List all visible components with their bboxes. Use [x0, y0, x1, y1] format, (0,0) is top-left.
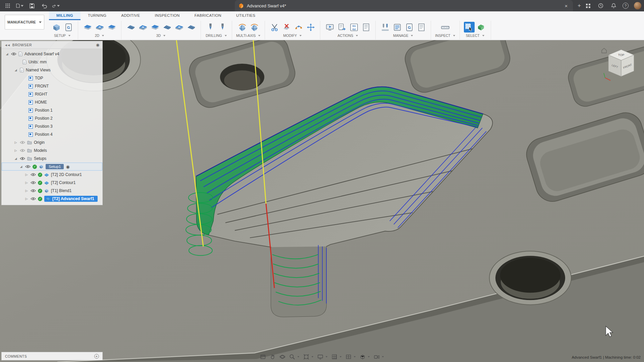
pocket-3d-icon[interactable] — [138, 22, 148, 33]
group-setup-menu[interactable]: SETUP — [54, 34, 71, 38]
tab-fabrication[interactable]: FABRICATION — [187, 11, 229, 20]
contour-2d-icon[interactable] — [106, 22, 117, 33]
group-inspect-menu[interactable]: INSPECT — [435, 34, 455, 38]
visibility-eye-icon[interactable] — [25, 165, 31, 168]
comments-bar[interactable]: COMMENTS — [1, 352, 103, 360]
group-actions-menu[interactable]: ACTIONS — [337, 34, 358, 38]
visibility-eye-icon[interactable] — [31, 181, 36, 184]
active-setup-indicator-icon[interactable] — [66, 164, 69, 169]
home-view-icon[interactable] — [602, 48, 606, 53]
view-row-right[interactable]: RIGHT — [2, 90, 102, 98]
adaptive-clearing-icon[interactable] — [125, 22, 136, 33]
notifications-bell-icon[interactable] — [610, 2, 617, 9]
view-row-position1[interactable]: Position 1 — [2, 106, 102, 114]
spiral-icon[interactable] — [186, 22, 197, 33]
models-row[interactable]: Models — [2, 146, 102, 155]
view-row-home[interactable]: HOME — [2, 98, 102, 106]
post-process-icon[interactable] — [336, 22, 347, 33]
tab-turning[interactable]: TURNING — [80, 11, 114, 20]
face-icon[interactable] — [82, 22, 93, 33]
pan-icon[interactable] — [270, 354, 276, 360]
visibility-eye-icon[interactable] — [20, 149, 25, 152]
trim-icon[interactable] — [269, 22, 280, 33]
parallel-icon[interactable] — [162, 22, 172, 33]
selected-operation[interactable]: [T2] Advanced Swarf1 — [44, 196, 98, 202]
visibility-eye-icon[interactable] — [31, 197, 36, 200]
group-drilling-menu[interactable]: DRILLING — [206, 34, 227, 38]
expand-arrow-icon[interactable] — [14, 141, 18, 144]
tool-library-icon[interactable] — [380, 22, 390, 33]
tab-utilities[interactable]: UTILITIES — [229, 11, 263, 20]
transform-icon[interactable] — [305, 22, 316, 33]
g1g2-icon[interactable] — [348, 22, 359, 33]
measure-icon[interactable] — [440, 22, 450, 33]
simulate-icon[interactable] — [324, 22, 335, 33]
gcode-editor-icon[interactable] — [404, 22, 415, 33]
task-manager-icon[interactable] — [392, 22, 402, 33]
view-row-position2[interactable]: Position 2 — [2, 114, 102, 122]
tab-inspection[interactable]: INSPECTION — [148, 11, 187, 20]
help-icon[interactable] — [623, 3, 629, 9]
new-setup-icon[interactable] — [51, 22, 62, 33]
visibility-eye-icon[interactable] — [20, 157, 25, 160]
origin-row[interactable]: Origin — [2, 138, 102, 146]
group-select-menu[interactable]: SELECT — [466, 34, 485, 38]
delete-passes-icon[interactable] — [281, 22, 292, 33]
visibility-eye-icon[interactable] — [11, 52, 16, 56]
bore-icon[interactable] — [217, 22, 228, 33]
display-settings-icon[interactable] — [96, 43, 100, 47]
app-grid-icon[interactable] — [4, 2, 11, 9]
expand-arrow-icon[interactable] — [19, 165, 23, 168]
expand-arrow-icon[interactable] — [24, 189, 29, 192]
view-row-front[interactable]: FRONT — [2, 82, 102, 90]
redo-icon[interactable] — [52, 2, 60, 9]
expand-arrow-icon[interactable] — [24, 197, 29, 200]
multiaxis-contour-icon[interactable] — [249, 22, 260, 33]
setup-sheet-icon[interactable] — [361, 22, 371, 33]
display-settings-icon[interactable] — [317, 354, 328, 360]
viewcube[interactable]: TOP LEFT FRONT — [600, 44, 640, 84]
visibility-eye-icon[interactable] — [31, 173, 36, 176]
expand-arrow-icon[interactable] — [24, 181, 29, 184]
grid-settings-icon[interactable] — [331, 354, 342, 360]
steep-shallow-icon[interactable] — [150, 22, 160, 33]
fit-icon[interactable] — [303, 354, 314, 360]
workspace-selector[interactable]: MANUFACTURE — [5, 15, 44, 29]
select-tool-icon[interactable] — [464, 22, 475, 33]
selection-group-icon[interactable] — [476, 22, 487, 33]
op-row-2dcontour[interactable]: [T2] 2D Contour1 — [2, 171, 102, 179]
op-row-advanced-swarf[interactable]: [T2] Advanced Swarf1 — [2, 195, 102, 203]
browser-root-row[interactable]: Advanced Swarf v4 — [2, 50, 102, 58]
view-row-position3[interactable]: Position 3 — [2, 122, 102, 130]
tab-milling[interactable]: MILLING — [49, 11, 80, 20]
op-row-blend[interactable]: [T1] Blend1 — [2, 187, 102, 195]
zoom-icon[interactable] — [289, 354, 300, 360]
visual-style-icon[interactable] — [360, 354, 370, 360]
setup1-row[interactable]: Setup1 — [2, 163, 102, 171]
expand-arrow-icon[interactable] — [14, 149, 18, 152]
user-avatar[interactable] — [634, 2, 641, 9]
named-views-row[interactable]: Named Views — [2, 66, 102, 74]
collapse-panel-icon[interactable] — [4, 43, 10, 47]
undo-icon[interactable] — [40, 2, 48, 9]
drill-icon[interactable] — [205, 22, 216, 33]
group-2d-menu[interactable]: 2D — [95, 34, 104, 38]
close-tab-icon[interactable] — [563, 2, 570, 9]
group-manage-menu[interactable]: MANAGE — [393, 34, 414, 38]
visibility-eye-icon[interactable] — [31, 189, 36, 192]
nc-program-icon[interactable] — [63, 22, 74, 33]
group-3d-menu[interactable]: 3D — [156, 34, 166, 38]
feed-optimization-icon[interactable] — [293, 22, 304, 33]
viewports-icon[interactable] — [345, 354, 356, 360]
tab-additive[interactable]: ADDITIVE — [114, 11, 147, 20]
job-status-icon[interactable] — [597, 2, 604, 9]
op-row-contour[interactable]: [T2] Contour1 — [2, 179, 102, 187]
file-menu-icon[interactable] — [16, 2, 23, 9]
scallop-icon[interactable] — [174, 22, 184, 33]
expand-arrow-icon[interactable] — [14, 157, 18, 160]
swarf-icon[interactable] — [237, 22, 248, 33]
group-multiaxis-menu[interactable]: MULTI-AXIS — [236, 34, 261, 38]
orbit-icon[interactable] — [279, 354, 286, 360]
expand-arrow-icon[interactable] — [5, 52, 9, 56]
templates-icon[interactable] — [416, 22, 427, 33]
